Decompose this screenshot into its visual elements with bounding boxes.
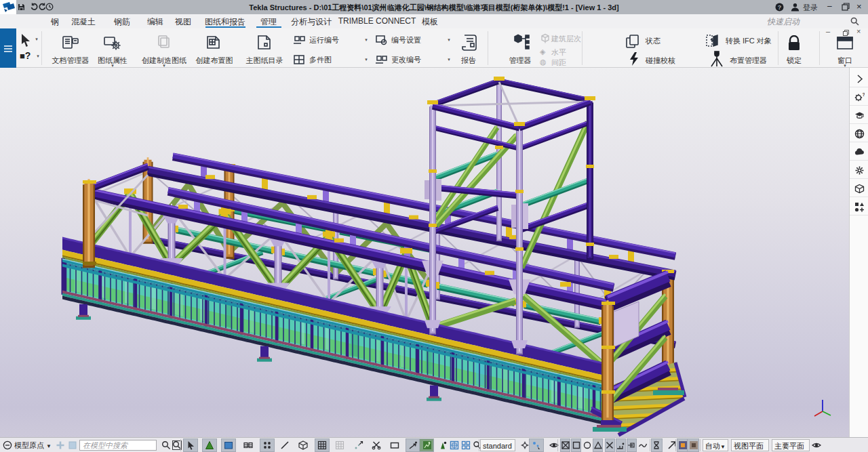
svg-text:?: ? — [778, 4, 782, 11]
svg-text:?: ? — [863, 92, 865, 97]
